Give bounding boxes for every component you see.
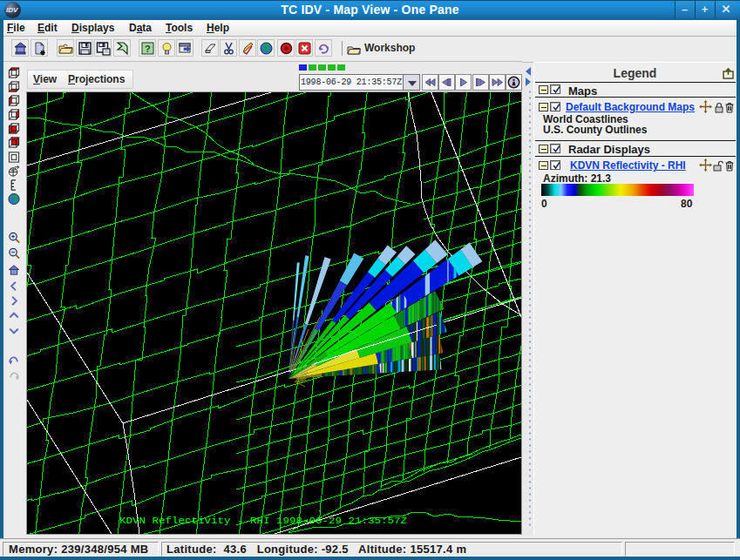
svg-text:KDVN Reflectivity - RHI 1998-0: KDVN Reflectivity - RHI 1998-06-29 21:35… bbox=[119, 516, 407, 526]
svg-text:?: ? bbox=[145, 44, 151, 54]
